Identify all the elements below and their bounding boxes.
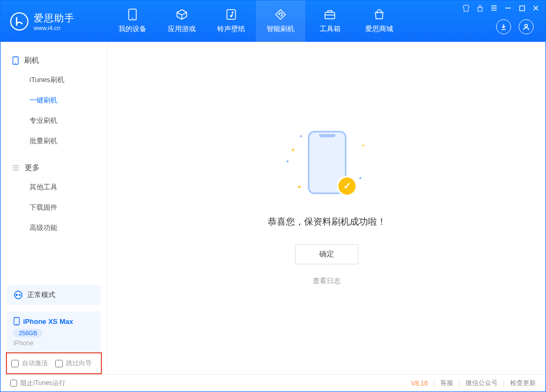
nav-tabs: 我的设备 应用游戏 铃声壁纸 智能刷机 工具箱 爱思商城 (108, 1, 404, 42)
device-capacity: 256GB (13, 329, 42, 337)
svg-rect-2 (227, 10, 235, 19)
tab-my-device[interactable]: 我的设备 (108, 1, 157, 42)
svg-point-11 (16, 294, 18, 296)
checkbox-skip-guide[interactable]: 跳过向导 (55, 359, 92, 368)
download-button[interactable] (496, 19, 511, 34)
device-card[interactable]: iPhone XS Max 256GB iPhone (7, 312, 101, 352)
tab-apps-games[interactable]: 应用游戏 (157, 1, 206, 42)
store-icon (372, 9, 386, 20)
tab-label: 我的设备 (119, 24, 146, 34)
footer-right: V8.16 | 客服 | 微信公众号 | 检查更新 (411, 379, 536, 388)
svg-rect-4 (325, 12, 335, 19)
body: 刷机 iTunes刷机 一键刷机 专业刷机 批量刷机 更多 其他工具 下载固件 … (1, 42, 545, 374)
app-title: 爱思助手 (34, 12, 75, 25)
section-title: 刷机 (24, 56, 39, 65)
lock-icon[interactable] (476, 4, 484, 12)
mode-label: 正常模式 (27, 290, 55, 300)
user-button[interactable] (519, 19, 534, 34)
success-message: 恭喜您，保资料刷机成功啦！ (268, 216, 386, 228)
minimize-icon[interactable] (504, 4, 512, 12)
mode-card[interactable]: 正常模式 (7, 285, 101, 305)
tab-label: 铃声壁纸 (217, 24, 245, 34)
tab-label: 工具箱 (320, 24, 341, 34)
version-label: V8.16 (411, 380, 427, 387)
logo-text: 爱思助手 www.i4.cn (34, 12, 75, 31)
sidebar-item-pro-flash[interactable]: 专业刷机 (1, 110, 107, 131)
sidebar: 刷机 iTunes刷机 一键刷机 专业刷机 批量刷机 更多 其他工具 下载固件 … (1, 42, 108, 374)
sparkle-icon: ✦ (291, 147, 295, 153)
header-actions (496, 19, 534, 34)
separator: | (503, 380, 505, 387)
svg-point-3 (230, 15, 232, 17)
device-name-row: iPhone XS Max (13, 317, 94, 326)
wechat-link[interactable]: 微信公众号 (466, 379, 498, 388)
section-title: 更多 (25, 163, 40, 173)
separator: | (459, 380, 460, 387)
checkbox-auto-activate[interactable]: 自动激活 (11, 359, 48, 368)
logo-area: 爱思助手 www.i4.cn (1, 12, 108, 31)
cube-icon (175, 9, 189, 20)
tab-label: 智能刷机 (267, 24, 294, 34)
tab-label: 应用游戏 (168, 24, 196, 34)
sparkle-icon: ✦ (297, 184, 301, 190)
svg-point-12 (19, 294, 21, 296)
dot-decor (300, 135, 302, 137)
device-type: iPhone (13, 339, 94, 347)
device-icon (13, 317, 20, 326)
dot-decor (359, 177, 361, 179)
footer: 阻止iTunes运行 V8.16 | 客服 | 微信公众号 | 检查更新 (1, 374, 545, 391)
sidebar-section-flash: 刷机 (1, 51, 107, 70)
checkbox-input[interactable] (55, 360, 63, 367)
close-icon[interactable] (532, 4, 540, 12)
dot-decor (286, 160, 289, 162)
sidebar-section-more: 更多 (1, 159, 107, 177)
svg-rect-6 (520, 6, 525, 11)
ok-button[interactable]: 确定 (295, 244, 358, 264)
menu-icon[interactable] (490, 4, 498, 12)
phone-icon (12, 56, 19, 65)
app-header: 爱思助手 www.i4.cn 我的设备 应用游戏 铃声壁纸 智能刷机 工具箱 爱… (1, 1, 545, 42)
check-badge-icon: ✓ (337, 176, 357, 196)
checkbox-input[interactable] (10, 380, 17, 387)
refresh-icon (274, 9, 287, 20)
svg-point-7 (525, 25, 528, 27)
svg-point-9 (15, 63, 16, 64)
sidebar-item-other-tools[interactable]: 其他工具 (1, 177, 107, 197)
mode-icon (13, 290, 23, 300)
maximize-icon[interactable] (518, 4, 526, 12)
sidebar-item-advanced[interactable]: 高级功能 (1, 218, 107, 238)
tab-store[interactable]: 爱思商城 (355, 1, 404, 42)
sidebar-item-itunes-flash[interactable]: iTunes刷机 (1, 70, 107, 90)
tab-flash[interactable]: 智能刷机 (256, 1, 305, 42)
music-icon (224, 9, 238, 20)
tshirt-icon[interactable] (462, 4, 470, 12)
svg-point-14 (16, 323, 17, 324)
sidebar-item-download-firmware[interactable]: 下载固件 (1, 197, 107, 218)
list-icon (12, 165, 19, 171)
window-controls (462, 4, 540, 12)
checkbox-block-itunes[interactable]: 阻止iTunes运行 (10, 379, 65, 388)
checkbox-label: 跳过向导 (66, 359, 92, 368)
tab-ringtones[interactable]: 铃声壁纸 (206, 1, 256, 42)
separator: | (433, 380, 435, 387)
svg-point-1 (132, 18, 133, 19)
check-update-link[interactable]: 检查更新 (510, 379, 536, 388)
bottom-options-highlighted: 自动激活 跳过向导 (6, 352, 102, 374)
checkbox-input[interactable] (11, 360, 19, 367)
main-content: ✓ ✦ + ✦ 恭喜您，保资料刷机成功啦！ 确定 查看日志 (108, 42, 545, 374)
sidebar-item-batch-flash[interactable]: 批量刷机 (1, 131, 107, 151)
device-icon (126, 9, 139, 20)
checkbox-label: 阻止iTunes运行 (20, 379, 65, 388)
view-log-link[interactable]: 查看日志 (313, 276, 341, 286)
logo-icon (10, 12, 28, 31)
sidebar-item-oneclick-flash[interactable]: 一键刷机 (1, 90, 107, 110)
device-name: iPhone XS Max (23, 317, 73, 326)
svg-rect-5 (478, 8, 482, 11)
tab-label: 爱思商城 (365, 24, 393, 34)
tab-toolbox[interactable]: 工具箱 (305, 1, 355, 42)
phone-notch (319, 134, 335, 137)
checkbox-label: 自动激活 (22, 359, 48, 368)
success-illustration: ✓ ✦ + ✦ (286, 131, 367, 201)
support-link[interactable]: 客服 (440, 379, 453, 388)
app-url: www.i4.cn (34, 25, 75, 31)
